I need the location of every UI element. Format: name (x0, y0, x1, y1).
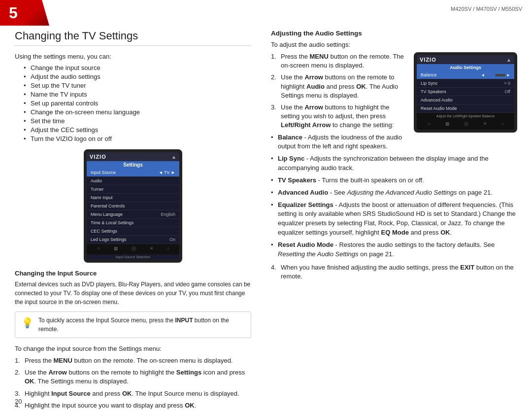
tv-bottom-row: ☆ ▦ Ⓥ ✕ ○ (87, 244, 179, 254)
list-item: Set the time (24, 117, 251, 125)
list-item: Change the on-screen menu language (24, 108, 251, 116)
tv-bottom-text: Input Source Selection (87, 254, 179, 260)
tip-box: 💡 To quickly access the Input Source men… (15, 311, 251, 338)
bottom-icon-v: Ⓥ (132, 246, 136, 252)
bottom-icon-circle: ○ (167, 246, 169, 252)
feature-list: Change the input source Adjust the audio… (24, 64, 251, 142)
audio-settings-heading: Adjusting the Audio Settings (271, 30, 517, 37)
item-label: Led Logo Settings (91, 237, 127, 242)
tip-icon: 💡 (21, 317, 33, 329)
list-item: Name the TV inputs (24, 91, 251, 98)
page-number: 20 (15, 398, 22, 405)
audio-final-step: 4. When you have finished adjusting the … (271, 263, 517, 281)
list-item: Change the input source (24, 64, 251, 71)
tv-menu-item-audio: Audio (87, 177, 179, 185)
list-item: Adjust the audio settings (24, 73, 251, 80)
item-label: Input Source (91, 170, 116, 175)
tv-header-bar: VIZIO ▲ (87, 152, 179, 161)
setting-balance: Balance - Adjusts the loudness of the au… (271, 133, 517, 152)
bottom-icon-img: ▦ (114, 246, 118, 252)
settings-bullet-list: Balance - Adjusts the loudness of the au… (271, 133, 517, 259)
chapter-banner: 5 (0, 0, 49, 26)
tv-menu-item-led: Led Logo Settings On (87, 236, 179, 244)
tv-mockup-settings: VIZIO ▲ Settings Input Source ◄ TV ► Aud… (84, 149, 182, 263)
setting-reset: Reset Audio Mode - Restores the audio se… (271, 240, 517, 259)
page-title: Changing the TV Settings (15, 30, 251, 46)
item-label: CEC Settings (91, 229, 117, 234)
setting-advanced: Advanced Audio - See Adjusting the Advan… (271, 188, 517, 198)
item-value: English (161, 212, 175, 217)
item-value: On (169, 237, 175, 242)
vizio-logo: VIZIO (90, 154, 106, 160)
tv-screen: VIZIO ▲ Settings Input Source ◄ TV ► Aud… (87, 152, 179, 260)
audio-intro: To adjust the audio settings: (271, 41, 517, 48)
right-column: Adjusting the Audio Settings To adjust t… (266, 30, 532, 411)
input-source-para: External devices such as DVD players, Bl… (15, 280, 251, 307)
item-value: ◄ TV ► (159, 170, 175, 175)
input-steps-list: 1. Press the MENU button on the remote. … (15, 356, 251, 410)
audio-step-3: 3. Use the Arrow buttons to highlight th… (271, 103, 517, 130)
list-item: Adjust the CEC settings (24, 126, 251, 134)
tv-menu-item-parental: Parental Controls (87, 202, 179, 210)
list-item: Turn the VIZIO logo on or off (24, 135, 251, 142)
menu-row: Settings (87, 161, 179, 169)
main-content: Changing the TV Settings Using the setti… (0, 30, 532, 411)
model-number: M420SV / M470SV / M550SV (451, 6, 522, 12)
bottom-icon-star: ☆ (97, 246, 100, 252)
tv-menu-item-time: Time & Local Settings (87, 219, 179, 227)
tv-menu-item-turner: Turner (87, 185, 179, 194)
tv-menu-item-language: Menu Language English (87, 210, 179, 219)
item-label: Turner (91, 187, 103, 192)
chapter-number: 5 (9, 4, 18, 22)
tv-menu-item-namr: Namr Input (87, 194, 179, 202)
item-label: Parental Controls (91, 204, 125, 208)
change-input-intro: To change the input source from the Sett… (15, 345, 251, 352)
bottom-icon-x: ✕ (150, 246, 154, 252)
step-item: 2. Use the Arrow buttons on the remote t… (15, 368, 251, 386)
tv-menu-item-input-source: Input Source ◄ TV ► (87, 169, 179, 177)
list-item: Set up the TV tuner (24, 82, 251, 89)
item-label: Menu Language (91, 212, 123, 217)
audio-steps-list: 1. Press the MENU button on the remote. … (271, 52, 517, 130)
audio-step-1: 1. Press the MENU button on the remote. … (271, 52, 517, 70)
audio-step-4: 4. When you have finished adjusting the … (271, 263, 517, 281)
step-item: 1. Press the MENU button on the remote. … (15, 356, 251, 365)
tip-text: To quickly access the Input Source menu,… (38, 316, 245, 334)
item-label: Time & Local Settings (91, 220, 133, 225)
item-label: Namr Input (91, 195, 113, 200)
tv-menu-item-cec: CEC Settings (87, 227, 179, 236)
input-source-heading: Changing the Input Source (15, 270, 251, 277)
step-item: 4. Highlight the input source you want t… (15, 401, 251, 410)
item-label: Audio (91, 178, 102, 183)
intro-text: Using the settings menu, you can: (15, 53, 251, 60)
left-column: Changing the TV Settings Using the setti… (0, 30, 266, 411)
setting-equalizer: Equalizer Settings - Adjusts the boost o… (271, 201, 517, 238)
setting-lipsync: Lip Sync - Adjusts the synchronization b… (271, 154, 517, 173)
setting-tvspeakers: TV Speakers - Turns the built-in speaker… (271, 176, 517, 185)
tv-header-icon: ▲ (171, 154, 176, 160)
audio-step-2: 2. Use the Arrow buttons on the remote t… (271, 73, 517, 100)
list-item: Set up parental controls (24, 100, 251, 107)
step-item: 3. Highlight Input Source and press OK. … (15, 389, 251, 398)
menu-label: Settings (123, 162, 142, 168)
